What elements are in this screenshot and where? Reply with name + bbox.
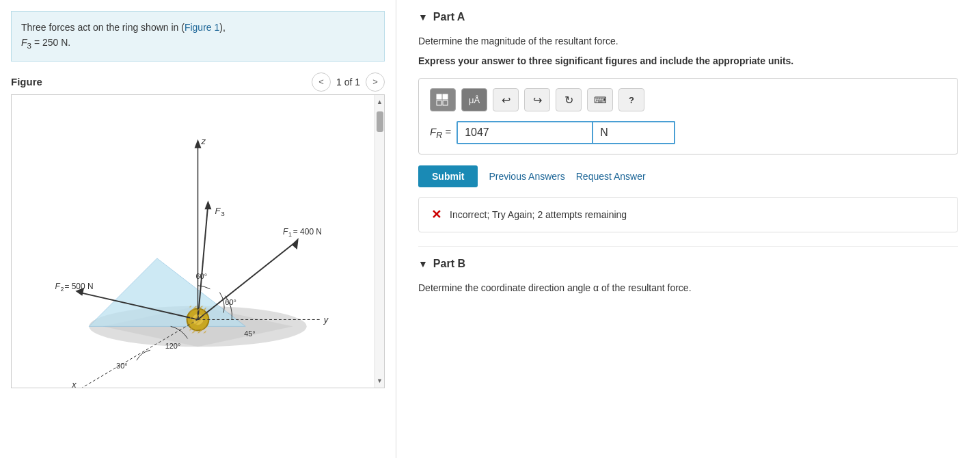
figure-prev-btn[interactable]: < — [312, 72, 331, 92]
svg-text:30°: 30° — [116, 362, 128, 370]
svg-text:F: F — [55, 282, 60, 291]
scroll-track — [375, 109, 385, 374]
diagram-svg: z y x F 3 F 1 = 400 N — [12, 95, 384, 388]
svg-text:1: 1 — [288, 231, 292, 238]
part-a-description: Determine the magnitude of the resultant… — [418, 34, 958, 49]
grid-icon — [436, 94, 450, 106]
scroll-up-btn[interactable]: ▲ — [375, 95, 385, 109]
answer-toolbar: μÅ ↩ ↪ ↻ ⌨ ? — [430, 88, 947, 111]
part-b-toggle[interactable]: ▼ — [418, 258, 428, 269]
toolbar-redo-btn[interactable]: ↪ — [524, 88, 550, 111]
toolbar-help-btn[interactable]: ? — [618, 88, 644, 111]
figure-link[interactable]: Figure 1 — [185, 22, 219, 33]
scroll-thumb[interactable] — [377, 111, 383, 132]
keyboard-icon: ⌨ — [594, 95, 607, 105]
part-a-instruction: Express your answer to three significant… — [418, 54, 958, 68]
svg-rect-36 — [437, 100, 441, 105]
error-icon: ✕ — [431, 207, 441, 222]
svg-rect-32 — [190, 306, 206, 333]
redo-icon: ↪ — [533, 94, 542, 107]
part-b-section: ▼ Part B Determine the coordinate direct… — [418, 258, 958, 295]
toolbar-mu-btn[interactable]: μÅ — [461, 88, 487, 111]
figure-counter: 1 of 1 — [336, 77, 360, 87]
answer-value-input[interactable] — [457, 121, 593, 144]
svg-rect-34 — [437, 94, 441, 99]
refresh-icon: ↻ — [564, 94, 573, 107]
figure-section: Figure < 1 of 1 > — [0, 67, 396, 458]
request-answer-link[interactable]: Request Answer — [576, 171, 646, 182]
figure-label: Figure — [11, 76, 42, 87]
answer-row: FR = — [430, 121, 947, 144]
part-a-toggle[interactable]: ▼ — [418, 12, 428, 23]
problem-text: Three forces act on the ring shown in (F… — [21, 22, 226, 33]
answer-box: μÅ ↩ ↪ ↻ ⌨ ? — [418, 78, 958, 154]
answer-label: FR = — [430, 126, 451, 140]
right-panel: ▼ Part A Determine the magnitude of the … — [396, 0, 980, 458]
figure-scrollbar[interactable]: ▲ ▼ — [375, 95, 384, 388]
submit-button[interactable]: Submit — [418, 165, 478, 187]
part-divider — [418, 246, 958, 247]
part-b-header: ▼ Part B — [418, 258, 958, 270]
svg-text:= 400 N: = 400 N — [293, 227, 322, 237]
action-row: Submit Previous Answers Request Answer — [418, 165, 958, 187]
svg-text:= 500 N: = 500 N — [64, 282, 93, 291]
svg-text:F: F — [215, 206, 221, 216]
svg-text:x: x — [71, 379, 77, 388]
part-b-description: Determine the coordinate direction angle… — [418, 281, 958, 295]
toolbar-refresh-btn[interactable]: ↻ — [556, 88, 582, 111]
figure-image-container: z y x F 3 F 1 = 400 N — [11, 94, 385, 388]
svg-text:2: 2 — [60, 286, 64, 293]
svg-rect-37 — [443, 100, 448, 105]
svg-text:3: 3 — [221, 210, 225, 217]
svg-text:120°: 120° — [165, 342, 181, 350]
help-icon: ? — [629, 95, 634, 105]
part-a-section: ▼ Part A Determine the magnitude of the … — [418, 11, 958, 232]
figure-nav: < 1 of 1 > — [312, 72, 385, 92]
part-a-title: Part A — [433, 11, 465, 23]
svg-text:60°: 60° — [196, 272, 208, 280]
toolbar-undo-btn[interactable]: ↩ — [493, 88, 519, 111]
part-a-header: ▼ Part A — [418, 11, 958, 23]
answer-unit-input[interactable] — [593, 121, 675, 144]
svg-text:F: F — [283, 227, 288, 237]
problem-equation: F3 = 250 N. — [21, 37, 70, 48]
svg-text:45°: 45° — [244, 329, 256, 338]
undo-icon: ↩ — [502, 94, 511, 107]
left-panel: Three forces act on the ring shown in (F… — [0, 0, 396, 458]
problem-statement: Three forces act on the ring shown in (F… — [11, 11, 385, 62]
mu-label: μÅ — [469, 95, 480, 105]
error-box: ✕ Incorrect; Try Again; 2 attempts remai… — [418, 197, 958, 232]
figure-header: Figure < 1 of 1 > — [11, 67, 385, 94]
toolbar-grid-btn[interactable] — [430, 88, 456, 111]
toolbar-keyboard-btn[interactable]: ⌨ — [587, 88, 613, 111]
svg-rect-35 — [443, 94, 448, 99]
svg-text:60°: 60° — [225, 297, 236, 306]
prev-answers-link[interactable]: Previous Answers — [489, 171, 564, 182]
part-b-title: Part B — [433, 258, 465, 270]
error-text: Incorrect; Try Again; 2 attempts remaini… — [450, 209, 627, 220]
scroll-down-btn[interactable]: ▼ — [375, 374, 385, 388]
svg-text:z: z — [200, 136, 206, 146]
figure-next-btn[interactable]: > — [366, 72, 385, 92]
